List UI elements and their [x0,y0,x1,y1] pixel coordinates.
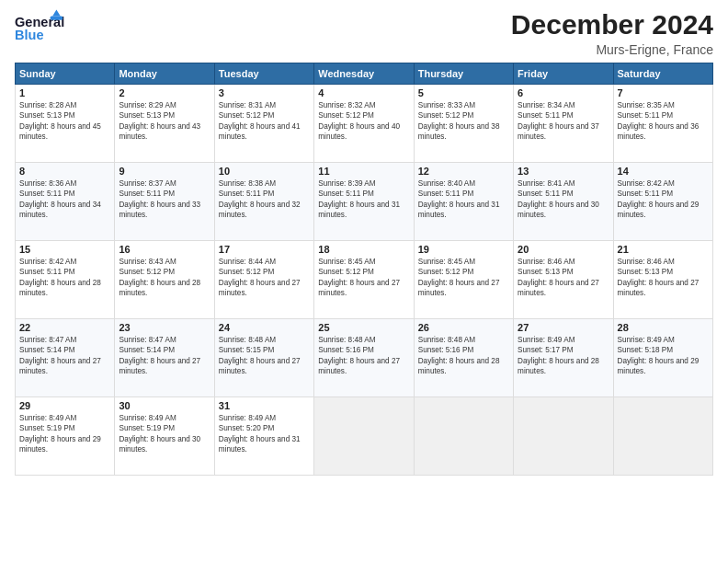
day-number: 12 [418,166,509,177]
day-number: 21 [618,244,709,255]
calendar-table: SundayMondayTuesdayWednesdayThursdayFrid… [15,63,713,476]
calendar-day-cell: 18Sunrise: 8:45 AMSunset: 5:12 PMDayligh… [314,241,414,319]
day-number: 22 [19,322,110,333]
calendar-day-header: Wednesday [314,63,414,85]
day-info: Sunrise: 8:48 AMSunset: 5:16 PMDaylight:… [418,335,509,377]
day-info: Sunrise: 8:47 AMSunset: 5:14 PMDaylight:… [19,335,110,377]
day-info: Sunrise: 8:34 AMSunset: 5:11 PMDaylight:… [518,100,609,143]
day-info: Sunrise: 8:38 AMSunset: 5:11 PMDaylight:… [219,178,310,221]
day-info: Sunrise: 8:42 AMSunset: 5:11 PMDaylight:… [19,257,110,299]
day-info: Sunrise: 8:32 AMSunset: 5:12 PMDaylight:… [318,100,409,143]
calendar-week-row: 8Sunrise: 8:36 AMSunset: 5:11 PMDaylight… [16,163,713,241]
calendar-day-cell: 24Sunrise: 8:48 AMSunset: 5:15 PMDayligh… [214,319,313,397]
calendar-day-cell: 7Sunrise: 8:35 AMSunset: 5:11 PMDaylight… [613,85,712,163]
day-info: Sunrise: 8:28 AMSunset: 5:13 PMDaylight:… [19,100,110,143]
day-info: Sunrise: 8:48 AMSunset: 5:16 PMDaylight:… [318,335,409,377]
calendar-day-cell: 3Sunrise: 8:31 AMSunset: 5:12 PMDaylight… [214,85,313,163]
calendar-day-cell [514,397,613,476]
calendar-day-cell: 23Sunrise: 8:47 AMSunset: 5:14 PMDayligh… [115,319,214,397]
day-info: Sunrise: 8:48 AMSunset: 5:15 PMDaylight:… [219,335,310,377]
calendar-day-cell: 21Sunrise: 8:46 AMSunset: 5:13 PMDayligh… [613,241,712,319]
title-area: December 2024 Murs-Erigne, France [511,9,713,57]
calendar-day-header: Monday [115,63,214,85]
calendar-day-cell: 11Sunrise: 8:39 AMSunset: 5:11 PMDayligh… [314,163,414,241]
calendar-day-cell: 8Sunrise: 8:36 AMSunset: 5:11 PMDaylight… [16,163,115,241]
main-title: December 2024 [511,9,713,40]
day-number: 29 [19,400,110,411]
calendar-week-row: 29Sunrise: 8:49 AMSunset: 5:19 PMDayligh… [16,397,713,476]
svg-text:Blue: Blue [15,28,44,42]
subtitle: Murs-Erigne, France [511,42,713,57]
day-info: Sunrise: 8:40 AMSunset: 5:11 PMDaylight:… [418,178,509,221]
day-number: 6 [518,87,609,98]
day-info: Sunrise: 8:44 AMSunset: 5:12 PMDaylight:… [219,257,310,299]
calendar-day-cell: 27Sunrise: 8:49 AMSunset: 5:17 PMDayligh… [514,319,613,397]
header: General Blue December 2024 Murs-Erigne, … [15,9,713,57]
svg-rect-3 [51,16,63,19]
day-number: 16 [119,244,210,255]
day-info: Sunrise: 8:31 AMSunset: 5:12 PMDaylight:… [219,100,310,143]
calendar-day-cell: 31Sunrise: 8:49 AMSunset: 5:20 PMDayligh… [214,397,313,476]
calendar-day-cell: 2Sunrise: 8:29 AMSunset: 5:13 PMDaylight… [115,85,214,163]
day-number: 18 [318,244,409,255]
day-number: 4 [318,87,409,98]
day-info: Sunrise: 8:42 AMSunset: 5:11 PMDaylight:… [618,178,709,221]
day-info: Sunrise: 8:46 AMSunset: 5:13 PMDaylight:… [618,257,709,299]
day-info: Sunrise: 8:41 AMSunset: 5:11 PMDaylight:… [518,178,609,221]
calendar-day-cell [314,397,414,476]
day-info: Sunrise: 8:37 AMSunset: 5:11 PMDaylight:… [119,178,210,221]
day-number: 5 [418,87,509,98]
calendar-day-cell: 15Sunrise: 8:42 AMSunset: 5:11 PMDayligh… [16,241,115,319]
calendar-day-cell: 1Sunrise: 8:28 AMSunset: 5:13 PMDaylight… [16,85,115,163]
day-info: Sunrise: 8:39 AMSunset: 5:11 PMDaylight:… [318,178,409,221]
calendar-week-row: 15Sunrise: 8:42 AMSunset: 5:11 PMDayligh… [16,241,713,319]
page: General Blue December 2024 Murs-Erigne, … [0,0,728,563]
day-info: Sunrise: 8:49 AMSunset: 5:19 PMDaylight:… [119,413,210,455]
day-info: Sunrise: 8:46 AMSunset: 5:13 PMDaylight:… [518,257,609,299]
calendar-day-cell [414,397,513,476]
day-info: Sunrise: 8:49 AMSunset: 5:19 PMDaylight:… [19,413,110,455]
calendar-day-cell: 13Sunrise: 8:41 AMSunset: 5:11 PMDayligh… [514,163,613,241]
day-info: Sunrise: 8:29 AMSunset: 5:13 PMDaylight:… [119,100,210,143]
calendar-day-header: Thursday [414,63,513,85]
calendar-day-cell: 5Sunrise: 8:33 AMSunset: 5:12 PMDaylight… [414,85,513,163]
day-number: 8 [19,166,110,177]
day-info: Sunrise: 8:35 AMSunset: 5:11 PMDaylight:… [618,100,709,143]
day-number: 14 [618,166,709,177]
day-number: 25 [318,322,409,333]
calendar-day-cell: 14Sunrise: 8:42 AMSunset: 5:11 PMDayligh… [613,163,712,241]
calendar-week-row: 22Sunrise: 8:47 AMSunset: 5:14 PMDayligh… [16,319,713,397]
day-number: 28 [618,322,709,333]
day-number: 13 [518,166,609,177]
day-number: 23 [119,322,210,333]
day-number: 2 [119,87,210,98]
day-number: 11 [318,166,409,177]
calendar-day-cell: 17Sunrise: 8:44 AMSunset: 5:12 PMDayligh… [214,241,313,319]
day-info: Sunrise: 8:49 AMSunset: 5:20 PMDaylight:… [219,413,310,455]
day-number: 10 [219,166,310,177]
day-info: Sunrise: 8:47 AMSunset: 5:14 PMDaylight:… [119,335,210,377]
day-number: 7 [618,87,709,98]
day-number: 9 [119,166,210,177]
logo-icon: General Blue [15,9,70,50]
day-info: Sunrise: 8:49 AMSunset: 5:17 PMDaylight:… [518,335,609,377]
calendar-day-cell: 6Sunrise: 8:34 AMSunset: 5:11 PMDaylight… [514,85,613,163]
calendar-day-cell [613,397,712,476]
svg-marker-2 [52,10,61,17]
calendar-day-header: Saturday [613,63,712,85]
calendar-day-cell: 26Sunrise: 8:48 AMSunset: 5:16 PMDayligh… [414,319,513,397]
day-number: 3 [219,87,310,98]
day-number: 1 [19,87,110,98]
calendar-day-cell: 22Sunrise: 8:47 AMSunset: 5:14 PMDayligh… [16,319,115,397]
calendar-day-cell: 19Sunrise: 8:45 AMSunset: 5:12 PMDayligh… [414,241,513,319]
day-info: Sunrise: 8:49 AMSunset: 5:18 PMDaylight:… [618,335,709,377]
calendar-day-cell: 16Sunrise: 8:43 AMSunset: 5:12 PMDayligh… [115,241,214,319]
day-number: 17 [219,244,310,255]
calendar-day-cell: 4Sunrise: 8:32 AMSunset: 5:12 PMDaylight… [314,85,414,163]
logo-area: General Blue [15,9,70,50]
day-number: 24 [219,322,310,333]
calendar-header-row: SundayMondayTuesdayWednesdayThursdayFrid… [16,63,713,85]
calendar-week-row: 1Sunrise: 8:28 AMSunset: 5:13 PMDaylight… [16,85,713,163]
day-number: 30 [119,400,210,411]
calendar-day-cell: 20Sunrise: 8:46 AMSunset: 5:13 PMDayligh… [514,241,613,319]
